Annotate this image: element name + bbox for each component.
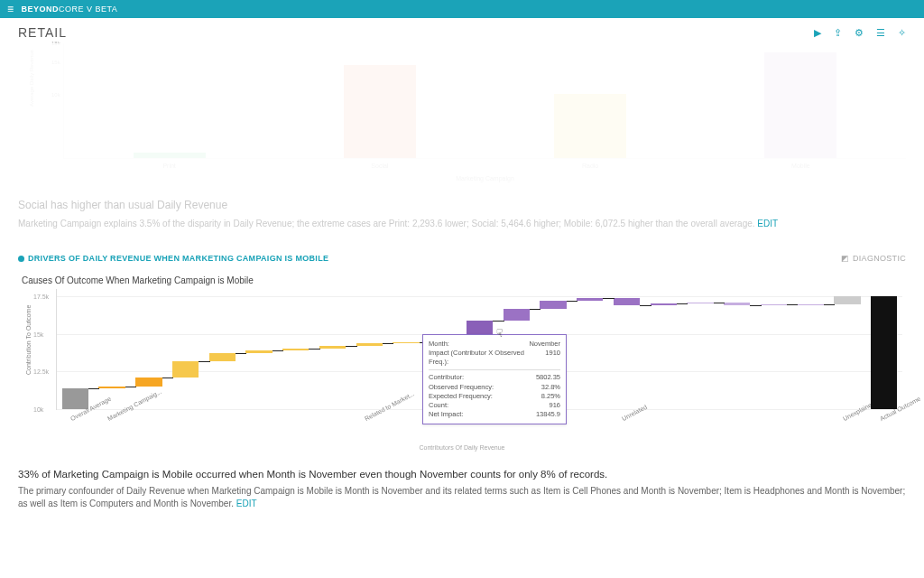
waterfall-bar[interactable] xyxy=(393,342,419,343)
section-dot-icon xyxy=(18,256,24,262)
list-icon[interactable]: ☰ xyxy=(876,27,885,39)
waterfall-bar[interactable] xyxy=(209,353,236,360)
brand: BEYONDCORE V BETA xyxy=(22,5,118,14)
waterfall-bar[interactable] xyxy=(871,296,897,409)
insight-block-2: 33% of Marketing Campaign is Mobile occu… xyxy=(18,467,906,511)
waterfall-bar[interactable] xyxy=(834,296,860,304)
tt-count-v: 916 xyxy=(549,401,560,410)
top-bar-label: Print xyxy=(134,163,206,169)
diagnostic-label: DIAGNOSTIC xyxy=(853,254,906,263)
insight2-body: The primary confounder of Daily Revenue … xyxy=(18,486,905,509)
waterfall-bar[interactable] xyxy=(577,298,603,301)
insight1-body: Marketing Campaign explains 3.5% of the … xyxy=(18,219,755,228)
tt-count-k: Count: xyxy=(429,401,448,410)
waterfall-bar[interactable] xyxy=(724,303,750,305)
top-bar-print[interactable] xyxy=(134,153,206,158)
waterfall-bar[interactable] xyxy=(504,309,530,321)
top-bar-social[interactable] xyxy=(344,65,416,158)
insight1-title: Social has higher than usual Daily Reven… xyxy=(18,197,906,213)
tt-of-v: 32.8% xyxy=(541,383,560,392)
diagnostic-icon: ◩ xyxy=(841,254,849,263)
insight2-edit-link[interactable]: EDIT xyxy=(236,499,257,508)
top-chart-ylabel: Average Daily Revenue xyxy=(29,50,34,107)
tt-month-k: Month: xyxy=(429,340,449,349)
waterfall-bar[interactable] xyxy=(62,388,88,409)
top-bar-label: Mobile xyxy=(764,163,836,169)
waterfall-bar[interactable] xyxy=(651,303,677,305)
menu-icon[interactable]: ≡ xyxy=(7,4,14,14)
waterfall-bar[interactable] xyxy=(797,304,823,305)
top-bar-label: Radio xyxy=(554,163,626,169)
waterfall-category-label: Unrelated xyxy=(621,404,648,422)
app-topbar: ≡ BEYONDCORE V BETA xyxy=(0,0,924,18)
waterfall-xlabel: Contributors Of Daily Revenue xyxy=(18,444,906,451)
waterfall-category-label: Marketing Campaig... xyxy=(106,388,162,422)
waterfall-bar[interactable] xyxy=(687,303,713,303)
gear-icon[interactable]: ⚙ xyxy=(855,27,864,39)
top-bar-radio[interactable] xyxy=(554,94,626,158)
tt-ni-k: Net Impact: xyxy=(429,410,463,419)
tt-month-v: November xyxy=(529,340,560,349)
tt-contrib-v: 5802.35 xyxy=(536,373,560,382)
tt-impact-v: 1910 xyxy=(545,349,560,367)
waterfall-bar[interactable] xyxy=(135,378,162,387)
section-title: DRIVERS OF DAILY REVENUE WHEN MARKETING … xyxy=(18,254,328,263)
insight2-title: 33% of Marketing Campaign is Mobile occu… xyxy=(18,467,906,482)
section-title-text: DRIVERS OF DAILY REVENUE WHEN MARKETING … xyxy=(28,254,328,263)
share-icon[interactable]: ⇪ xyxy=(834,27,842,39)
top-chart-panel: Average Daily Revenue 10k15k18kPrintSoci… xyxy=(18,43,906,188)
waterfall-chart[interactable]: Contribution To Outcome 10k12.5k15k17.5k… xyxy=(45,289,902,443)
top-bar-chart[interactable]: Average Daily Revenue 10k15k18kPrintSoci… xyxy=(45,43,906,170)
tt-ni-v: 13845.9 xyxy=(536,410,560,419)
top-bar-label: Social xyxy=(344,163,416,169)
tt-ef-k: Expected Frequency: xyxy=(429,392,493,401)
waterfall-bar[interactable] xyxy=(761,304,787,306)
insight1-edit-link[interactable]: EDIT xyxy=(757,219,778,228)
tt-impact-k: Impact (Contributor X Observed Freq.): xyxy=(429,349,545,367)
waterfall-bar[interactable] xyxy=(540,301,566,308)
page-title: RETAIL xyxy=(18,25,67,40)
insight-block-1: Social has higher than usual Daily Reven… xyxy=(18,197,906,230)
waterfall-bar[interactable] xyxy=(245,350,272,353)
waterfall-bar[interactable] xyxy=(356,343,383,346)
cursor-icon: ☟ xyxy=(496,327,503,340)
play-icon[interactable]: ▶ xyxy=(814,27,821,39)
tt-ef-v: 8.25% xyxy=(541,392,560,401)
waterfall-bar[interactable] xyxy=(172,361,199,378)
waterfall-title: Causes Of Outcome When Marketing Campaig… xyxy=(22,275,906,285)
waterfall-bar[interactable] xyxy=(98,387,125,388)
waterfall-bar[interactable] xyxy=(614,298,640,305)
tt-contrib-k: Contributor: xyxy=(429,373,464,382)
waterfall-bar[interactable] xyxy=(319,346,346,348)
top-bar-mobile[interactable] xyxy=(764,52,836,158)
brand-rest: CORE V BETA xyxy=(59,5,117,14)
bulb-icon[interactable]: ✧ xyxy=(898,27,906,39)
brand-bold: BEYOND xyxy=(22,5,60,14)
page-header: RETAIL ▶ ⇪ ⚙ ☰ ✧ xyxy=(0,18,924,43)
chart-tooltip: Month:November Impact (Contributor X Obs… xyxy=(422,334,567,424)
section-header: DRIVERS OF DAILY REVENUE WHEN MARKETING … xyxy=(18,254,906,263)
tt-of-k: Observed Frequency: xyxy=(429,383,494,392)
waterfall-ylabel: Contribution To Outcome xyxy=(25,305,32,375)
waterfall-bar[interactable] xyxy=(282,349,309,350)
diagnostic-selector[interactable]: ◩ DIAGNOSTIC xyxy=(841,254,906,263)
waterfall-category-label: Related to Market... xyxy=(364,390,415,422)
header-actions: ▶ ⇪ ⚙ ☰ ✧ xyxy=(814,27,906,39)
